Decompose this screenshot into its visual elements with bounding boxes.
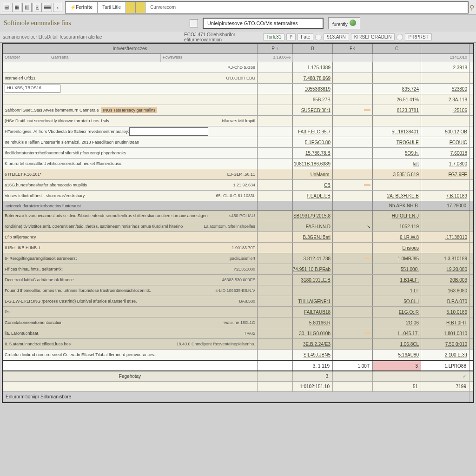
- row-f[interactable]: L9.20.080: [421, 264, 469, 274]
- table-row[interactable]: II. 5.atamuinondtrot cifleetLlues bes 18…: [3, 339, 473, 350]
- row-c[interactable]: 5.1EGC0.80: [293, 137, 333, 147]
- table-row[interactable]: Fourind themeolllar. ormes trediurtrines…: [3, 285, 473, 296]
- row-e[interactable]: Ensious: [373, 243, 421, 253]
- row-c[interactable]: [293, 243, 333, 253]
- row-c[interactable]: FASH.NN.D: [293, 221, 333, 231]
- row-c[interactable]: 65B.27B: [293, 94, 333, 105]
- row-e[interactable]: 8123.3781: [373, 105, 421, 115]
- row-c[interactable]: B.3GEN.IBati: [293, 232, 333, 242]
- row-e[interactable]: 1.0MRJ85: [373, 253, 421, 264]
- doc-icon[interactable]: ▤: [2, 3, 11, 12]
- row-c[interactable]: 3180.191LE.B: [293, 275, 333, 285]
- row-f[interactable]: 2.100.E.3:I: [421, 350, 469, 360]
- tab-4[interactable]: Curverecorn: [145, 2, 468, 13]
- table-row[interactable]: L-G.EW-ERLR.ING.rpercess Castrind) Bloni…: [3, 296, 473, 307]
- col-d[interactable]: FK: [333, 44, 373, 53]
- row-f[interactable]: 1.7.0800: [421, 159, 469, 169]
- row-f[interactable]: 7.60018: [421, 148, 469, 158]
- row-c[interactable]: THi.l.AIGENE:1: [293, 296, 333, 306]
- row-c[interactable]: 30. J.i.G0.010b: [293, 328, 333, 338]
- row-f[interactable]: 2.3A.118: [421, 94, 469, 105]
- row-c[interactable]: 74.951 10.B.PEab: [293, 264, 333, 274]
- row-c[interactable]: 1055363819: [293, 84, 333, 94]
- row-c[interactable]: [293, 201, 333, 210]
- row-f[interactable]: [421, 243, 469, 253]
- row-e[interactable]: TROGULE: [373, 137, 421, 147]
- breadcrumb[interactable]: Unielpirutesove GTO.CO/Ms aternraites: [203, 18, 324, 29]
- table-row[interactable]: Fff.ces thinaL hnts.. selterrontk: Y2E35…: [3, 264, 473, 275]
- row-f[interactable]: [421, 180, 469, 190]
- table-row[interactable]: Cretrifon linitirnd numorersneol Gelerad…: [3, 350, 473, 360]
- table-row[interactable]: rondirine) tivivit!titos.arrit. otrereni…: [3, 221, 473, 232]
- row-c[interactable]: 7.488.78.069: [293, 73, 333, 83]
- table-row[interactable]: 6- Rerqpiftingearangilitesoit eareneerst…: [3, 253, 473, 264]
- row-e[interactable]: 1.B14LF:: [373, 275, 421, 285]
- row-e[interactable]: [373, 62, 421, 73]
- row-e[interactable]: 5L.18138401: [373, 126, 421, 137]
- table-row[interactable]: SahbortrilGoet..Stas Atves bemmenturn Ca…: [3, 105, 473, 116]
- table-row[interactable]: K.orurortel sorinalthett whiticcerinerul…: [3, 159, 473, 169]
- table-row[interactable]: lla, Larontuonbaat. TPAI530. J.i.G0.010b…: [3, 328, 473, 339]
- col-f[interactable]: [421, 44, 469, 53]
- row-f[interactable]: 523800: [421, 84, 469, 94]
- table-row[interactable]: Ireinthukis II Ielflan Entertorrin sierm…: [3, 137, 473, 148]
- table-row[interactable]: Eflo stiljersadncyB.3GEN.IBati6.I.R.W.8.…: [3, 232, 473, 243]
- table-row[interactable]: Ifedilidortatuntern:rhetfoaremeal silers…: [3, 148, 473, 159]
- row-e[interactable]: 26.51.41%: [373, 94, 421, 105]
- row-e[interactable]: [373, 180, 421, 190]
- grid2-icon[interactable]: ▥: [22, 3, 32, 12]
- row-e[interactable]: 895.724: [373, 84, 421, 94]
- tab-2[interactable]: [126, 2, 136, 13]
- row-e[interactable]: IL.045.17,: [373, 328, 421, 338]
- table-row[interactable]: Ficcetroul latif=C.adri/teurshk fifrance…: [3, 275, 473, 285]
- back-button[interactable]: ‹: [53, 3, 62, 12]
- history-button[interactable]: furentiy: [328, 17, 360, 29]
- row-e[interactable]: 1052.119: [373, 221, 421, 231]
- prev-icon[interactable]: Ᵽ: [286, 33, 296, 40]
- col-e[interactable]: C: [373, 44, 421, 53]
- row-e[interactable]: falt: [373, 159, 421, 169]
- row-e[interactable]: HUIOLFEN.J: [373, 211, 421, 221]
- row-c[interactable]: 5.80166.R: [293, 317, 333, 328]
- table-row[interactable]: PsFAILTAUB18ELG.O:.R5.10.0186: [3, 307, 473, 317]
- row-c[interactable]: 3E.B.2.24/E3: [293, 339, 333, 349]
- person-icon[interactable]: ⚲: [469, 4, 474, 11]
- row-f[interactable]: 2.3918: [421, 62, 469, 73]
- row-e[interactable]: 1.Ll:: [373, 285, 421, 296]
- row-e[interactable]: 1.06.8CL: [373, 339, 421, 349]
- table-row[interactable]: (HSe.Dratil..nui sneorbeat ly iilrionwe …: [3, 116, 473, 126]
- table-row[interactable]: Vinses tettintnil'thesfit shorrreras'ens…: [3, 191, 473, 201]
- tab-0[interactable]: ⚡ Ferinite: [66, 2, 98, 13]
- list-icon[interactable]: [43, 3, 52, 12]
- row-f[interactable]: -25106: [421, 105, 469, 115]
- row-e[interactable]: 5O.8L.I: [373, 296, 421, 306]
- row-f[interactable]: 17.28000: [421, 201, 469, 210]
- table-row[interactable]: 65B.27B26.51.41%2.3A.118: [3, 94, 473, 105]
- row-e[interactable]: Nb.APK.NH:B: [373, 201, 421, 210]
- row-c[interactable]: 3.812.41.788: [293, 253, 333, 264]
- row-c[interactable]: UnManm.: [293, 169, 333, 179]
- row-e[interactable]: 5Q9.h.: [373, 148, 421, 158]
- row-c[interactable]: CB: [293, 180, 333, 190]
- row-e[interactable]: 551.000.: [373, 264, 421, 274]
- copy-icon[interactable]: ⎘: [33, 3, 42, 12]
- table-row[interactable]: 6 ITLILET.F.16.101* EJ-GLP...50.11UnManm…: [3, 169, 473, 180]
- row-c[interactable]: 15.786.78.B: [293, 148, 333, 158]
- row-c[interactable]: 1.175.1389: [293, 62, 333, 73]
- sort-icon[interactable]: ↑: [276, 46, 278, 51]
- col-b[interactable]: P ↑: [258, 44, 293, 53]
- row-f[interactable]: FG7.9FE: [421, 169, 469, 179]
- row-e[interactable]: 3 58515.819: [373, 169, 421, 179]
- table-row[interactable]: HTarentolgess. Af frors Vbodiecta tre Sc…: [3, 126, 473, 137]
- row-c[interactable]: FA3.F.ELC.95.7: [293, 126, 333, 137]
- row-e[interactable]: [373, 73, 421, 83]
- row-c[interactable]: F.EADE.EB: [293, 191, 333, 201]
- row-f[interactable]: 7.50.0:010: [421, 339, 469, 349]
- table-row[interactable]: II.IBefl IKB.H.INB:.L 1.90183.70TEnsious: [3, 243, 473, 253]
- row-c[interactable]: 6SB193179 2015.8: [293, 211, 333, 221]
- row-f[interactable]: FCOUIC: [421, 137, 469, 147]
- table-row[interactable]: a16G.bunosfoneshutfer aftemeoodo mupliti…: [3, 180, 473, 191]
- table-row[interactable]: P.J-ChD 5.G581.175.13892.3918: [3, 62, 473, 73]
- row-c[interactable]: SIL49J.JBN5: [293, 350, 333, 360]
- row-c[interactable]: FAILTAUB18: [293, 307, 333, 317]
